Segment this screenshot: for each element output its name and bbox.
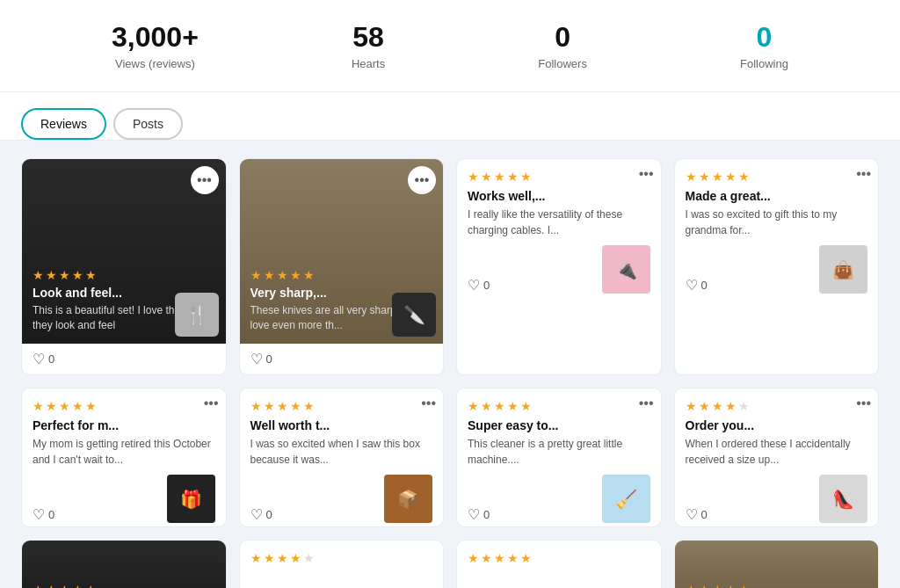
- tabs-container: ReviewsPosts: [0, 92, 900, 141]
- card-stars: ★★★★★: [250, 551, 433, 565]
- card-stars: ★★★★★: [250, 399, 433, 413]
- card-body: •••★★★★★Made a great...I was so excited …: [675, 159, 879, 242]
- review-card-11: ★★★★★: [674, 540, 880, 588]
- more-options-button[interactable]: •••: [204, 396, 219, 411]
- card-image-bg: ★★★★★: [22, 541, 226, 588]
- star-1: ★: [686, 583, 697, 588]
- card-stars: ★★★★★: [33, 399, 215, 413]
- review-card-4: •••★★★★★Perfect for m...My mom is gettin…: [21, 388, 227, 527]
- review-card-8: ★★★★★: [21, 540, 227, 588]
- review-card-6: •••★★★★★Super easy to...This cleaner is …: [456, 388, 662, 527]
- product-thumbnail: 🔌: [602, 245, 650, 294]
- star-3: ★: [712, 583, 723, 588]
- more-options-button[interactable]: •••: [639, 166, 654, 182]
- star-3: ★: [277, 551, 288, 565]
- star-3: ★: [277, 399, 288, 413]
- stats-bar: 3,000+Views (reviews)58Hearts0Followers0…: [0, 0, 900, 92]
- more-options-button[interactable]: •••: [856, 396, 871, 411]
- heart-icon[interactable]: ♡: [468, 506, 480, 523]
- stat-hearts-number: 58: [352, 21, 385, 54]
- star-3: ★: [494, 170, 505, 184]
- heart-icon[interactable]: ♡: [33, 351, 45, 367]
- card-footer: ♡0: [22, 344, 226, 374]
- card-footer: ♡0: [33, 506, 54, 523]
- star-3: ★: [712, 170, 723, 184]
- star-2: ★: [264, 399, 275, 413]
- stat-views-number: 3,000+: [112, 21, 199, 54]
- star-1: ★: [686, 399, 697, 413]
- star-5: ★: [520, 551, 532, 565]
- review-card-7: •••★★★★★Order you...When I ordered these…: [674, 388, 880, 527]
- card-footer: ♡0: [240, 344, 444, 374]
- tab-posts[interactable]: Posts: [113, 108, 183, 140]
- heart-icon[interactable]: ♡: [250, 506, 263, 523]
- card-body: ★★★★★: [240, 541, 444, 574]
- star-1: ★: [33, 268, 44, 282]
- heart-icon[interactable]: ♡: [33, 506, 45, 523]
- product-thumbnail: 🎁: [167, 475, 215, 523]
- review-card-1: •••★★★★★Very sharp,...These knives are a…: [239, 158, 445, 375]
- star-4: ★: [72, 268, 83, 282]
- star-4: ★: [290, 268, 301, 282]
- card-stars: ★★★★★: [468, 551, 650, 565]
- card-stars: ★★★★★: [686, 399, 868, 413]
- star-3: ★: [59, 583, 70, 588]
- star-2: ★: [699, 583, 710, 588]
- star-2: ★: [699, 399, 710, 413]
- star-3: ★: [277, 268, 288, 282]
- review-card-5: •••★★★★★Well worth t...I was so excited …: [239, 388, 445, 527]
- heart-icon[interactable]: ♡: [686, 277, 698, 294]
- star-2: ★: [46, 399, 57, 413]
- stat-hearts-label: Hearts: [352, 57, 385, 70]
- star-3: ★: [59, 399, 70, 413]
- star-1: ★: [250, 551, 262, 565]
- star-5: ★: [520, 170, 532, 184]
- card-title: Order you...: [686, 418, 868, 432]
- review-card-3: •••★★★★★Made a great...I was so excited …: [674, 158, 880, 375]
- review-card-2: •••★★★★★Works well,...I really like the …: [456, 158, 662, 375]
- stat-views: 3,000+Views (reviews): [112, 21, 199, 70]
- card-image-bg: •••★★★★★Very sharp,...These knives are a…: [240, 159, 444, 344]
- card-stars: ★★★★★: [250, 268, 433, 282]
- stat-hearts: 58Hearts: [352, 21, 385, 70]
- card-body: •••★★★★★Works well,...I really like the …: [457, 159, 661, 242]
- star-1: ★: [33, 583, 44, 588]
- star-4: ★: [507, 551, 519, 565]
- card-title: Well worth t...: [250, 418, 433, 432]
- star-2: ★: [699, 170, 710, 184]
- heart-icon[interactable]: ♡: [250, 351, 263, 367]
- star-4: ★: [72, 583, 83, 588]
- star-5: ★: [303, 551, 315, 565]
- more-options-button[interactable]: •••: [191, 166, 219, 194]
- card-description: My mom is getting retired this October a…: [33, 436, 215, 468]
- like-count: 0: [266, 352, 272, 366]
- star-2: ★: [481, 551, 492, 565]
- star-5: ★: [85, 268, 97, 282]
- heart-icon[interactable]: ♡: [468, 277, 480, 294]
- more-options-button[interactable]: •••: [421, 396, 436, 411]
- heart-icon[interactable]: ♡: [686, 506, 698, 523]
- card-title: Made a great...: [686, 189, 868, 203]
- tab-reviews[interactable]: Reviews: [21, 108, 106, 140]
- stat-following-number: 0: [740, 21, 788, 54]
- star-2: ★: [481, 170, 492, 184]
- stat-following-label: Following: [740, 57, 788, 70]
- star-4: ★: [290, 551, 301, 565]
- star-3: ★: [494, 399, 505, 413]
- star-2: ★: [264, 551, 275, 565]
- card-description: This cleaner is a pretty great little ma…: [468, 436, 650, 468]
- like-count: 0: [48, 508, 54, 521]
- more-options-button[interactable]: •••: [639, 396, 654, 411]
- card-product-area: ♡0🎁: [22, 471, 226, 526]
- tabs: ReviewsPosts: [21, 108, 879, 140]
- card-description: I was so excited when I saw this box bec…: [250, 436, 433, 468]
- more-options-button[interactable]: •••: [856, 166, 871, 182]
- card-product-area: ♡0👠: [675, 471, 879, 526]
- like-count: 0: [483, 279, 490, 292]
- like-count: 0: [701, 279, 708, 292]
- star-1: ★: [33, 399, 44, 413]
- product-thumbnail: 🍴: [175, 293, 219, 337]
- more-options-button[interactable]: •••: [408, 166, 436, 194]
- review-card-10: ★★★★★: [456, 540, 662, 588]
- card-body: •••★★★★★Order you...When I ordered these…: [675, 388, 879, 471]
